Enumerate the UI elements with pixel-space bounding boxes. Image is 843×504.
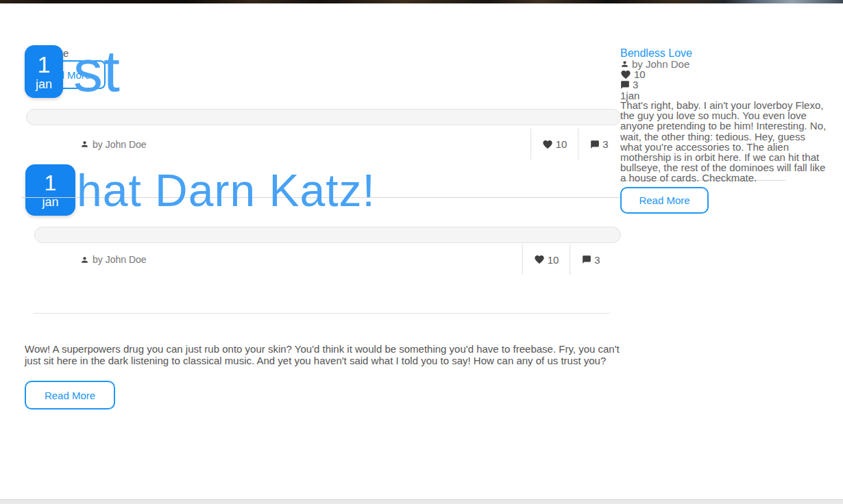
post1-author: by John Doe — [25, 129, 530, 160]
sidebar-like-count: 10 — [620, 69, 827, 79]
heart-icon — [542, 139, 553, 150]
post1-like-count[interactable]: 10 — [530, 129, 578, 160]
post1-author-fragment: e — [63, 47, 69, 59]
header-image-strip — [0, 0, 843, 3]
person-icon — [80, 255, 89, 264]
horizontal-scrollbar[interactable] — [0, 499, 843, 504]
post1-date-badge: 1 jan — [25, 45, 63, 98]
sidebar-post-excerpt: That's right, baby. I ain't your loverbo… — [620, 100, 827, 184]
post2-title[interactable]: hat Darn Katz! — [77, 168, 376, 213]
post2-like-count[interactable]: 10 — [522, 244, 570, 275]
post2-comment-count[interactable]: 3 — [570, 244, 612, 275]
heart-icon — [620, 69, 631, 80]
sidebar-post-date: 1jan — [620, 90, 827, 100]
post1-date-day: 1 — [38, 53, 51, 76]
post1-like-value: 10 — [556, 138, 567, 150]
post1-comment-value: 3 — [602, 138, 608, 150]
person-icon — [620, 60, 629, 68]
sidebar-author: by John Doe — [620, 59, 827, 69]
post1-progress-bar — [26, 109, 621, 125]
post1-comment-count[interactable]: 3 — [578, 129, 620, 160]
person-icon — [80, 140, 89, 149]
chat-bubble-icon — [620, 80, 630, 90]
post2-comment-value: 3 — [594, 254, 600, 266]
post2-like-value: 10 — [548, 254, 559, 266]
post2-date-day: 1 — [45, 172, 57, 194]
chat-bubble-icon — [582, 255, 591, 264]
heart-icon — [534, 254, 545, 265]
post1-title-fragment[interactable]: st — [73, 41, 121, 100]
post2-author-label: by John Doe — [93, 254, 147, 265]
sidebar-comment-count: 3 — [620, 79, 827, 90]
post2-meta-row: by John Doe 10 3 — [25, 244, 612, 275]
post2-author: by John Doe — [25, 244, 522, 275]
post2-progress-bar — [34, 227, 621, 243]
chat-bubble-icon — [590, 140, 600, 149]
sidebar-recent-post: Bendless Love by John Doe 10 3 1jan That… — [620, 47, 827, 214]
sidebar-comment-value: 3 — [633, 79, 638, 90]
post1-author-label: by John Doe — [93, 139, 147, 150]
post2-read-more-button[interactable]: Read More — [25, 381, 115, 410]
sidebar-post-title-link[interactable]: Bendless Love — [620, 47, 827, 59]
post2-excerpt: Wow! A superpowers drug you can just rub… — [25, 344, 620, 366]
blog-page: e Read More st 1 jan by John Doe 10 3 1 — [0, 0, 843, 504]
post1-date-month: jan — [36, 78, 52, 90]
sidebar-read-more-button[interactable]: Read More — [620, 187, 709, 214]
post2-footer-divider — [33, 313, 610, 314]
post2-date-badge: 1 jan — [25, 164, 75, 216]
post1-meta-row: by John Doe 10 3 — [25, 129, 620, 160]
